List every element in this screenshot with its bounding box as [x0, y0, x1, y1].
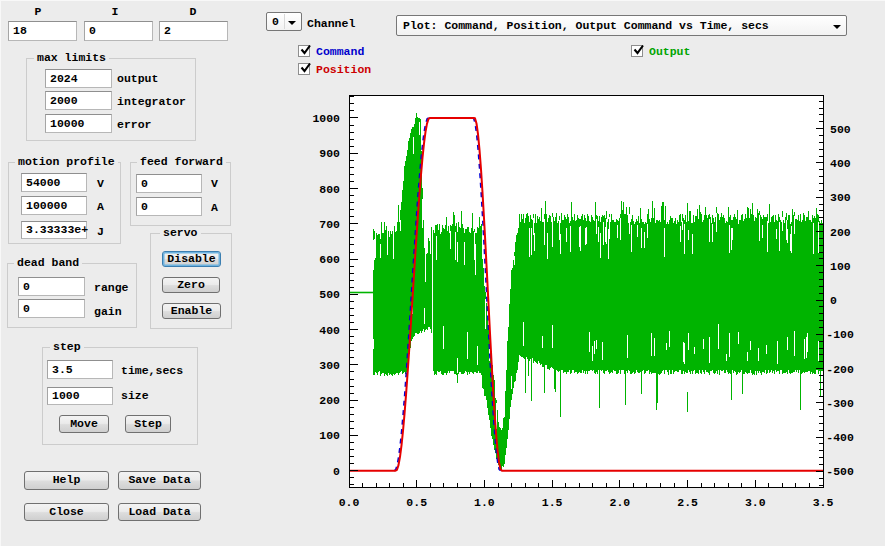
- svg-text:0.5: 0.5: [406, 496, 427, 509]
- svg-text:-200: -200: [826, 363, 854, 376]
- svg-text:400: 400: [830, 157, 851, 170]
- svg-text:500: 500: [830, 123, 851, 136]
- svg-text:0: 0: [830, 294, 837, 307]
- svg-text:2.5: 2.5: [677, 496, 698, 509]
- svg-text:2.0: 2.0: [610, 496, 631, 509]
- svg-text:700: 700: [319, 218, 340, 231]
- svg-text:1000: 1000: [312, 112, 340, 125]
- svg-text:300: 300: [830, 191, 851, 204]
- svg-text:500: 500: [319, 288, 340, 301]
- svg-text:200: 200: [830, 226, 851, 239]
- svg-text:1.0: 1.0: [474, 496, 495, 509]
- svg-text:1.5: 1.5: [542, 496, 563, 509]
- svg-text:100: 100: [319, 429, 340, 442]
- svg-text:0.0: 0.0: [339, 496, 360, 509]
- svg-text:600: 600: [319, 253, 340, 266]
- svg-text:800: 800: [319, 183, 340, 196]
- svg-text:0: 0: [333, 465, 340, 478]
- svg-text:200: 200: [319, 394, 340, 407]
- svg-text:-500: -500: [826, 465, 854, 478]
- svg-text:-100: -100: [826, 328, 854, 341]
- svg-text:3.0: 3.0: [745, 496, 766, 509]
- svg-text:400: 400: [319, 324, 340, 337]
- svg-text:3.5: 3.5: [813, 496, 834, 509]
- svg-text:300: 300: [319, 359, 340, 372]
- svg-text:100: 100: [830, 260, 851, 273]
- svg-text:900: 900: [319, 147, 340, 160]
- svg-text:-400: -400: [826, 431, 854, 444]
- svg-text:-300: -300: [826, 397, 854, 410]
